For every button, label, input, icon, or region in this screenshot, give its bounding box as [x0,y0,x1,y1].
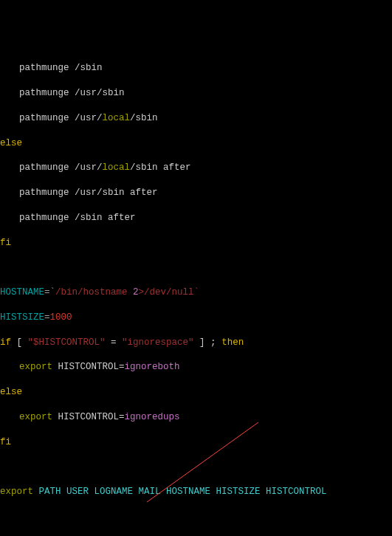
code-line: export HISTCONTROL=ignoredups [0,411,392,424]
code-line: pathmunge /usr/sbin [0,87,392,100]
blank-line [0,461,392,473]
code-line: fi [0,436,392,449]
code-line: pathmunge /sbin after [0,212,392,224]
code-line: else [0,386,392,399]
blank-line [0,511,392,523]
code-line: pathmunge /sbin [0,62,392,75]
blank-line [0,261,392,274]
code-line: pathmunge /usr/local/sbin after [0,162,392,174]
code-line: fi [0,237,392,250]
code-line: export PATH USER LOGNAME MAIL HOSTNAME H… [0,486,392,498]
code-line: HOSTNAME=`/bin/hostname 2>/dev/null` [0,286,392,299]
code-line: pathmunge /usr/local/sbin [0,112,392,125]
code-line: else [0,137,392,150]
code-line: HISTSIZE=1000 [0,312,392,324]
code-editor[interactable]: pathmunge /sbin pathmunge /usr/sbin path… [0,50,392,537]
code-line: export HISTCONTROL=ignoreboth [0,361,392,374]
code-line: pathmunge /usr/sbin after [0,187,392,199]
code-line: if [ "$HISTCONTROL" = "ignorespace" ] ; … [0,337,392,349]
